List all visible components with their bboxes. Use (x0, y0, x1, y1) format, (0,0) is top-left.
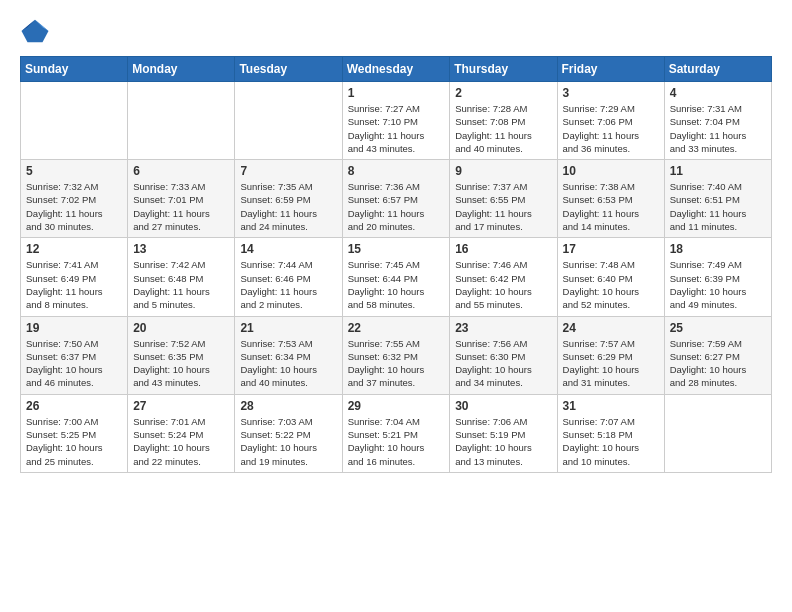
calendar-week-row: 12Sunrise: 7:41 AM Sunset: 6:49 PM Dayli… (21, 238, 772, 316)
day-number: 17 (563, 242, 659, 256)
day-info: Sunrise: 7:48 AM Sunset: 6:40 PM Dayligh… (563, 258, 659, 311)
weekday-header: Monday (128, 57, 235, 82)
calendar-cell: 29Sunrise: 7:04 AM Sunset: 5:21 PM Dayli… (342, 394, 450, 472)
day-number: 12 (26, 242, 122, 256)
calendar-cell: 9Sunrise: 7:37 AM Sunset: 6:55 PM Daylig… (450, 160, 557, 238)
day-number: 5 (26, 164, 122, 178)
logo-icon (20, 16, 50, 46)
day-info: Sunrise: 7:32 AM Sunset: 7:02 PM Dayligh… (26, 180, 122, 233)
day-number: 27 (133, 399, 229, 413)
calendar-cell (21, 82, 128, 160)
day-number: 29 (348, 399, 445, 413)
day-number: 14 (240, 242, 336, 256)
day-info: Sunrise: 7:35 AM Sunset: 6:59 PM Dayligh… (240, 180, 336, 233)
day-number: 22 (348, 321, 445, 335)
svg-marker-0 (22, 20, 49, 43)
day-info: Sunrise: 7:59 AM Sunset: 6:27 PM Dayligh… (670, 337, 766, 390)
day-number: 15 (348, 242, 445, 256)
calendar-week-row: 5Sunrise: 7:32 AM Sunset: 7:02 PM Daylig… (21, 160, 772, 238)
day-number: 8 (348, 164, 445, 178)
day-info: Sunrise: 7:01 AM Sunset: 5:24 PM Dayligh… (133, 415, 229, 468)
calendar-cell: 20Sunrise: 7:52 AM Sunset: 6:35 PM Dayli… (128, 316, 235, 394)
day-number: 31 (563, 399, 659, 413)
calendar-cell: 5Sunrise: 7:32 AM Sunset: 7:02 PM Daylig… (21, 160, 128, 238)
day-info: Sunrise: 7:07 AM Sunset: 5:18 PM Dayligh… (563, 415, 659, 468)
calendar-cell: 23Sunrise: 7:56 AM Sunset: 6:30 PM Dayli… (450, 316, 557, 394)
day-info: Sunrise: 7:31 AM Sunset: 7:04 PM Dayligh… (670, 102, 766, 155)
day-number: 28 (240, 399, 336, 413)
calendar-cell: 22Sunrise: 7:55 AM Sunset: 6:32 PM Dayli… (342, 316, 450, 394)
calendar-cell: 7Sunrise: 7:35 AM Sunset: 6:59 PM Daylig… (235, 160, 342, 238)
calendar-cell (128, 82, 235, 160)
day-info: Sunrise: 7:03 AM Sunset: 5:22 PM Dayligh… (240, 415, 336, 468)
calendar-cell: 13Sunrise: 7:42 AM Sunset: 6:48 PM Dayli… (128, 238, 235, 316)
day-info: Sunrise: 7:27 AM Sunset: 7:10 PM Dayligh… (348, 102, 445, 155)
day-info: Sunrise: 7:37 AM Sunset: 6:55 PM Dayligh… (455, 180, 551, 233)
day-info: Sunrise: 7:28 AM Sunset: 7:08 PM Dayligh… (455, 102, 551, 155)
calendar-cell: 12Sunrise: 7:41 AM Sunset: 6:49 PM Dayli… (21, 238, 128, 316)
day-info: Sunrise: 7:33 AM Sunset: 7:01 PM Dayligh… (133, 180, 229, 233)
day-info: Sunrise: 7:04 AM Sunset: 5:21 PM Dayligh… (348, 415, 445, 468)
day-info: Sunrise: 7:50 AM Sunset: 6:37 PM Dayligh… (26, 337, 122, 390)
day-info: Sunrise: 7:53 AM Sunset: 6:34 PM Dayligh… (240, 337, 336, 390)
weekday-header: Tuesday (235, 57, 342, 82)
calendar-cell: 1Sunrise: 7:27 AM Sunset: 7:10 PM Daylig… (342, 82, 450, 160)
day-info: Sunrise: 7:57 AM Sunset: 6:29 PM Dayligh… (563, 337, 659, 390)
weekday-header: Thursday (450, 57, 557, 82)
calendar-cell: 8Sunrise: 7:36 AM Sunset: 6:57 PM Daylig… (342, 160, 450, 238)
day-info: Sunrise: 7:56 AM Sunset: 6:30 PM Dayligh… (455, 337, 551, 390)
calendar-table: SundayMondayTuesdayWednesdayThursdayFrid… (20, 56, 772, 473)
day-number: 18 (670, 242, 766, 256)
calendar-cell: 17Sunrise: 7:48 AM Sunset: 6:40 PM Dayli… (557, 238, 664, 316)
day-number: 26 (26, 399, 122, 413)
day-number: 6 (133, 164, 229, 178)
day-number: 9 (455, 164, 551, 178)
calendar-cell: 25Sunrise: 7:59 AM Sunset: 6:27 PM Dayli… (664, 316, 771, 394)
weekday-header: Saturday (664, 57, 771, 82)
day-info: Sunrise: 7:29 AM Sunset: 7:06 PM Dayligh… (563, 102, 659, 155)
day-number: 13 (133, 242, 229, 256)
calendar-week-row: 19Sunrise: 7:50 AM Sunset: 6:37 PM Dayli… (21, 316, 772, 394)
day-number: 19 (26, 321, 122, 335)
calendar-cell: 4Sunrise: 7:31 AM Sunset: 7:04 PM Daylig… (664, 82, 771, 160)
calendar-cell: 19Sunrise: 7:50 AM Sunset: 6:37 PM Dayli… (21, 316, 128, 394)
calendar-cell: 6Sunrise: 7:33 AM Sunset: 7:01 PM Daylig… (128, 160, 235, 238)
day-info: Sunrise: 7:49 AM Sunset: 6:39 PM Dayligh… (670, 258, 766, 311)
day-info: Sunrise: 7:45 AM Sunset: 6:44 PM Dayligh… (348, 258, 445, 311)
day-number: 2 (455, 86, 551, 100)
calendar-cell: 28Sunrise: 7:03 AM Sunset: 5:22 PM Dayli… (235, 394, 342, 472)
day-number: 10 (563, 164, 659, 178)
header (20, 16, 772, 46)
day-number: 30 (455, 399, 551, 413)
day-number: 21 (240, 321, 336, 335)
day-number: 16 (455, 242, 551, 256)
calendar-cell: 21Sunrise: 7:53 AM Sunset: 6:34 PM Dayli… (235, 316, 342, 394)
weekday-header: Sunday (21, 57, 128, 82)
weekday-header: Wednesday (342, 57, 450, 82)
day-info: Sunrise: 7:46 AM Sunset: 6:42 PM Dayligh… (455, 258, 551, 311)
calendar-cell (235, 82, 342, 160)
day-info: Sunrise: 7:38 AM Sunset: 6:53 PM Dayligh… (563, 180, 659, 233)
day-number: 3 (563, 86, 659, 100)
day-info: Sunrise: 7:44 AM Sunset: 6:46 PM Dayligh… (240, 258, 336, 311)
calendar-cell: 11Sunrise: 7:40 AM Sunset: 6:51 PM Dayli… (664, 160, 771, 238)
calendar-cell: 15Sunrise: 7:45 AM Sunset: 6:44 PM Dayli… (342, 238, 450, 316)
day-info: Sunrise: 7:36 AM Sunset: 6:57 PM Dayligh… (348, 180, 445, 233)
logo (20, 16, 52, 46)
calendar-cell: 27Sunrise: 7:01 AM Sunset: 5:24 PM Dayli… (128, 394, 235, 472)
day-number: 20 (133, 321, 229, 335)
day-number: 24 (563, 321, 659, 335)
weekday-header: Friday (557, 57, 664, 82)
day-info: Sunrise: 7:55 AM Sunset: 6:32 PM Dayligh… (348, 337, 445, 390)
day-number: 7 (240, 164, 336, 178)
calendar-cell: 14Sunrise: 7:44 AM Sunset: 6:46 PM Dayli… (235, 238, 342, 316)
day-info: Sunrise: 7:06 AM Sunset: 5:19 PM Dayligh… (455, 415, 551, 468)
calendar-week-row: 26Sunrise: 7:00 AM Sunset: 5:25 PM Dayli… (21, 394, 772, 472)
calendar-cell: 3Sunrise: 7:29 AM Sunset: 7:06 PM Daylig… (557, 82, 664, 160)
day-number: 11 (670, 164, 766, 178)
day-info: Sunrise: 7:42 AM Sunset: 6:48 PM Dayligh… (133, 258, 229, 311)
calendar-cell: 31Sunrise: 7:07 AM Sunset: 5:18 PM Dayli… (557, 394, 664, 472)
day-number: 23 (455, 321, 551, 335)
calendar-cell: 30Sunrise: 7:06 AM Sunset: 5:19 PM Dayli… (450, 394, 557, 472)
day-info: Sunrise: 7:41 AM Sunset: 6:49 PM Dayligh… (26, 258, 122, 311)
